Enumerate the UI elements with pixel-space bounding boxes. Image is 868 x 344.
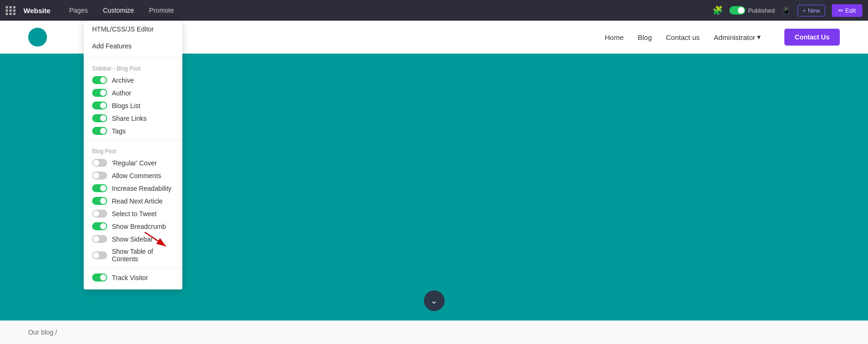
- top-bar-right: 🧩 Published 📱 + New ✏ Edit: [712, 4, 862, 17]
- administrator-label: Administrator: [714, 33, 755, 41]
- show-sidebar-toggle[interactable]: [92, 235, 107, 243]
- toggle-blogs-list[interactable]: Blogs List: [84, 99, 182, 112]
- show-breadcrumb-label: Show Breadcrumb: [112, 223, 166, 230]
- sidebar-section-label: Sidebar - Blog Post: [84, 61, 182, 74]
- toggle-select-to-tweet[interactable]: Select to Tweet: [84, 207, 182, 220]
- toggle-track-visitor[interactable]: Track Visitor: [84, 271, 182, 284]
- increase-readability-label: Increase Readability: [112, 185, 172, 192]
- site-logo: [28, 28, 47, 47]
- edit-button[interactable]: ✏ Edit: [832, 4, 862, 17]
- nav-administrator[interactable]: Administrator ▾: [714, 33, 761, 41]
- site-nav: Home Blog Contact us Administrator ▾ Con…: [605, 29, 840, 46]
- toggle-archive[interactable]: Archive: [84, 74, 182, 86]
- toggle-share-links[interactable]: Share Links: [84, 112, 182, 125]
- published-label: Published: [748, 7, 775, 14]
- select-to-tweet-label: Select to Tweet: [112, 210, 156, 218]
- blogs-list-label: Blogs List: [112, 102, 141, 109]
- published-toggle[interactable]: [729, 6, 745, 15]
- toggle-tags[interactable]: Tags: [84, 125, 182, 137]
- tags-toggle[interactable]: [92, 127, 107, 135]
- toggle-regular-cover[interactable]: 'Regular' Cover: [84, 156, 182, 169]
- share-links-toggle[interactable]: [92, 114, 107, 122]
- allow-comments-toggle[interactable]: [92, 172, 107, 180]
- track-visitor-label: Track Visitor: [112, 274, 148, 281]
- toggle-allow-comments[interactable]: Allow Comments: [84, 169, 182, 182]
- read-next-article-toggle[interactable]: [92, 197, 107, 205]
- regular-cover-label: 'Regular' Cover: [112, 159, 157, 167]
- nav-blog[interactable]: Blog: [638, 33, 652, 41]
- nav-promote[interactable]: Promote: [143, 0, 180, 21]
- top-bar-left: Website Pages Customize Promote: [6, 0, 180, 21]
- divider-2: [84, 140, 182, 141]
- select-to-tweet-toggle[interactable]: [92, 210, 107, 218]
- show-table-of-contents-toggle[interactable]: [92, 251, 107, 259]
- archive-label: Archive: [112, 77, 134, 84]
- scroll-down-button[interactable]: ⌄: [424, 290, 445, 311]
- divider-1: [84, 57, 182, 58]
- mobile-icon[interactable]: 📱: [782, 6, 791, 15]
- track-visitor-toggle[interactable]: [92, 274, 107, 281]
- blogs-list-toggle[interactable]: [92, 102, 107, 109]
- toggle-show-sidebar[interactable]: Show Sidebar: [84, 233, 182, 245]
- blog-post-section-label: Blog Post: [84, 143, 182, 156]
- author-toggle[interactable]: [92, 89, 107, 97]
- toggle-show-table-of-contents[interactable]: Show Table of Contents: [84, 245, 182, 265]
- new-button[interactable]: + New: [798, 5, 825, 16]
- nav-home[interactable]: Home: [605, 33, 624, 41]
- share-links-label: Share Links: [112, 115, 147, 122]
- toggle-read-next-article[interactable]: Read Next Article: [84, 195, 182, 207]
- html-css-js-editor-item[interactable]: HTML/CSS/JS Editor: [84, 21, 182, 38]
- admin-chevron-icon: ▾: [757, 33, 761, 41]
- brand-name: Website: [23, 7, 50, 15]
- increase-readability-toggle[interactable]: [92, 184, 107, 192]
- grid-icon[interactable]: [6, 6, 16, 15]
- top-bar: Website Pages Customize Promote 🧩 Publis…: [0, 0, 868, 21]
- toggle-increase-readability[interactable]: Increase Readability: [84, 182, 182, 195]
- read-next-article-label: Read Next Article: [112, 197, 163, 205]
- tags-label: Tags: [112, 127, 126, 135]
- customize-dropdown: HTML/CSS/JS Editor Add Features Sidebar …: [84, 21, 182, 289]
- breadcrumb-text: Our blog /: [28, 328, 57, 336]
- toggle-show-breadcrumb[interactable]: Show Breadcrumb: [84, 220, 182, 233]
- nav-contact-us[interactable]: Contact us: [666, 33, 700, 41]
- show-sidebar-label: Show Sidebar: [112, 235, 153, 243]
- published-toggle-wrap: Published: [729, 6, 775, 15]
- nav-customize[interactable]: Customize: [97, 0, 140, 21]
- nav-pages[interactable]: Pages: [63, 0, 94, 21]
- add-features-item[interactable]: Add Features: [84, 38, 182, 55]
- divider-3: [84, 268, 182, 268]
- author-label: Author: [112, 89, 131, 97]
- puzzle-icon[interactable]: 🧩: [712, 5, 723, 16]
- show-breadcrumb-toggle[interactable]: [92, 222, 107, 230]
- contact-us-button[interactable]: Contact Us: [784, 29, 840, 46]
- allow-comments-label: Allow Comments: [112, 172, 161, 180]
- regular-cover-toggle[interactable]: [92, 159, 107, 167]
- archive-toggle[interactable]: [92, 76, 107, 84]
- toggle-author[interactable]: Author: [84, 86, 182, 99]
- show-table-of-contents-label: Show Table of Contents: [112, 248, 174, 263]
- breadcrumb-area: Our blog /: [0, 321, 868, 344]
